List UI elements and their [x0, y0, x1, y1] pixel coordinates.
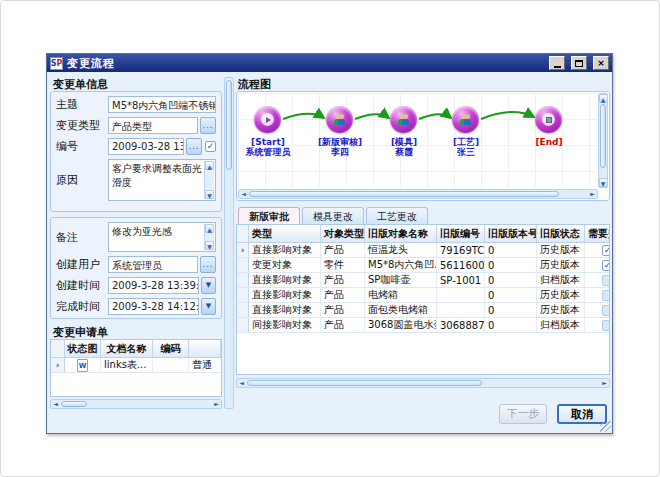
- number-ellipsis-button[interactable]: ...: [186, 138, 202, 155]
- upgrade-checkbox[interactable]: [602, 305, 610, 316]
- grid-hscrollbar[interactable]: ◄ ►: [236, 378, 610, 388]
- header-old-code[interactable]: 旧版编号: [437, 225, 485, 242]
- table-row[interactable]: 间接影响对象 产品 3068圆盖电水壶 3068887 0 归档版本: [237, 318, 609, 333]
- table-row[interactable]: 直接影响对象 产品 SP咖啡壶 SP-1001 0 归档版本 SP咖: [237, 273, 609, 288]
- table-row[interactable]: › W links表... 普通: [51, 358, 221, 373]
- flow-node-end[interactable]: [535, 106, 562, 133]
- finish-time-dropdown-button[interactable]: ▼: [201, 298, 216, 315]
- header-type[interactable]: 类型: [249, 225, 321, 242]
- old-name-cell: 面包类电烤箱: [365, 303, 437, 317]
- row-selector-cell: [237, 318, 249, 332]
- remark-textarea[interactable]: 修改为亚光感 ▲ ▼: [108, 222, 216, 252]
- upgrade-checkbox[interactable]: [602, 290, 610, 301]
- flow-node-mold[interactable]: [390, 106, 417, 133]
- tab-craft-change[interactable]: 工艺更改: [366, 207, 428, 224]
- left-panel-vscrollbar[interactable]: [224, 77, 234, 409]
- old-ver-cell: 0: [485, 288, 537, 302]
- scrollbar-thumb[interactable]: [247, 380, 482, 386]
- tab-new-version-approval[interactable]: 新版审批: [238, 207, 300, 224]
- subject-input[interactable]: M5*8内六角凹端不锈钢紧固螺钉: [108, 96, 216, 113]
- impact-grid: 类型 对象类型 旧版对象名称 旧版编号 旧版版本号 旧版状态 需要升版 新版 ›…: [236, 224, 610, 375]
- header-old-status[interactable]: 旧版状态: [537, 225, 585, 242]
- upgrade-checkbox[interactable]: [602, 275, 610, 286]
- resize-grip[interactable]: [600, 421, 611, 432]
- scrollbar-thumb[interactable]: [61, 401, 87, 407]
- old-ver-cell: 0: [485, 303, 537, 317]
- scroll-down-icon[interactable]: ▼: [205, 190, 214, 199]
- upgrade-cell: [585, 273, 610, 287]
- finish-time-label: 完成时间: [56, 299, 108, 314]
- scroll-right-icon[interactable]: ►: [212, 400, 221, 408]
- scrollbar-thumb[interactable]: [226, 80, 232, 170]
- scrollbar-thumb[interactable]: [600, 104, 606, 168]
- number-checkbox[interactable]: [205, 141, 216, 152]
- header-old-ver[interactable]: 旧版版本号: [485, 225, 537, 242]
- reason-label: 原因: [56, 173, 108, 188]
- remark-text: 修改为亚光感: [112, 226, 172, 237]
- old-ver-cell: 0: [485, 243, 537, 257]
- old-ver-cell: 0: [485, 273, 537, 287]
- header-code[interactable]: 编码: [153, 340, 189, 357]
- minimize-button[interactable]: [549, 56, 565, 70]
- scroll-left-icon[interactable]: ◄: [51, 400, 60, 408]
- create-time-label: 创建时间: [56, 278, 108, 293]
- flow-node-review[interactable]: [326, 106, 353, 133]
- row-selector-cell: [237, 288, 249, 302]
- scrollbar-thumb[interactable]: [249, 191, 559, 197]
- change-type-ellipsis-button[interactable]: ...: [200, 117, 216, 134]
- users-icon: [460, 114, 471, 125]
- upgrade-checkbox[interactable]: [602, 260, 610, 271]
- scroll-up-icon[interactable]: ▲: [599, 94, 608, 103]
- old-ver-cell: 0: [485, 318, 537, 332]
- header-doc-name[interactable]: 文档名称: [101, 340, 153, 357]
- reason-textarea[interactable]: 客户要求调整表面光滑度 ▲ ▼: [108, 159, 216, 201]
- request-table-hscrollbar[interactable]: ◄ ►: [50, 399, 222, 409]
- header-obj-type[interactable]: 对象类型: [321, 225, 365, 242]
- old-code-cell: [437, 288, 485, 302]
- flow-node-start[interactable]: [254, 106, 281, 133]
- window-titlebar[interactable]: SP 变更流程 ×: [47, 54, 612, 72]
- close-button[interactable]: ×: [593, 56, 609, 70]
- scroll-right-icon[interactable]: ►: [588, 190, 597, 198]
- tab-mold-change[interactable]: 模具更改: [302, 207, 364, 224]
- header-old-name[interactable]: 旧版对象名称: [365, 225, 437, 242]
- scroll-right-icon[interactable]: ►: [600, 379, 609, 387]
- flow-canvas[interactable]: [Start]系统管理员 [新版审核]李四 [模具]蔡霞 [工艺]张三 [End…: [238, 93, 597, 188]
- header-upgrade[interactable]: 需要升版: [585, 225, 610, 242]
- scroll-up-icon[interactable]: ▲: [205, 161, 214, 170]
- reason-scrollbar[interactable]: ▲ ▼: [204, 161, 214, 199]
- flow-section-caption: 流程图: [238, 77, 271, 92]
- change-type-input[interactable]: 产品类型: [108, 117, 198, 134]
- create-time-input[interactable]: 2009-3-28 13:39:01: [108, 277, 199, 294]
- scroll-left-icon[interactable]: ◄: [239, 190, 248, 198]
- header-status-icon[interactable]: 状态图: [65, 340, 101, 357]
- upgrade-cell: [585, 288, 610, 302]
- remark-scrollbar[interactable]: ▲ ▼: [204, 224, 214, 250]
- flow-node-craft[interactable]: [452, 106, 479, 133]
- request-table-header: 状态图 文档名称 编码: [51, 340, 221, 358]
- old-status-cell: 历史版本: [537, 303, 585, 317]
- upgrade-checkbox[interactable]: [602, 245, 610, 256]
- flow-vscrollbar[interactable]: ▲ ▼: [598, 93, 608, 188]
- table-row[interactable]: › 直接影响对象 产品 恒温龙头 79169TC 0 历史版本: [237, 243, 609, 258]
- table-row[interactable]: 直接影响对象 产品 电烤箱 0 历史版本: [237, 288, 609, 303]
- table-row[interactable]: 直接影响对象 产品 面包类电烤箱 0 历史版本: [237, 303, 609, 318]
- scroll-down-icon[interactable]: ▼: [205, 241, 214, 250]
- finish-time-input[interactable]: 2009-3-28 14:12:50: [108, 298, 199, 315]
- next-button[interactable]: 下一步: [499, 404, 547, 424]
- scroll-left-icon[interactable]: ◄: [237, 379, 246, 387]
- flow-hscrollbar[interactable]: ◄ ►: [238, 189, 598, 199]
- scroll-down-icon[interactable]: ▼: [599, 178, 608, 187]
- old-status-cell: 归档版本: [537, 318, 585, 332]
- request-section-caption: 变更申请单: [53, 325, 108, 340]
- number-input[interactable]: 2009-03-28 13:39:01: [108, 138, 184, 155]
- scroll-up-icon[interactable]: ▲: [205, 224, 214, 233]
- upgrade-checkbox[interactable]: [602, 320, 610, 331]
- create-time-dropdown-button[interactable]: ▼: [201, 277, 216, 294]
- creator-ellipsis-button[interactable]: ...: [200, 256, 216, 273]
- upgrade-cell: [585, 303, 610, 317]
- type-cell: 直接影响对象: [249, 288, 321, 302]
- maximize-button[interactable]: [571, 56, 587, 70]
- creator-input[interactable]: 系统管理员: [108, 256, 198, 273]
- table-row[interactable]: 变更对象 零件 M5*8内六角凹... 5611600 0 历史版本 M5*8: [237, 258, 609, 273]
